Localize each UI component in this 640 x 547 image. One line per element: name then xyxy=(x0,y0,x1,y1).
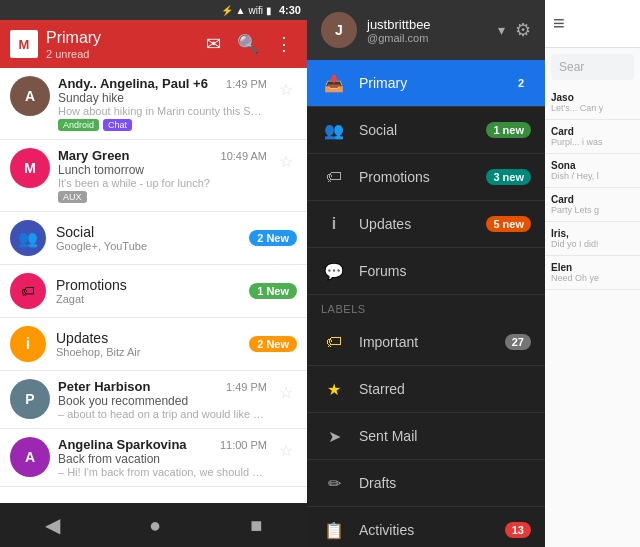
drawer-header: J justbrittbee @gmail.com ▾ ⚙ xyxy=(307,0,545,60)
avatar: A xyxy=(10,437,50,477)
email-subject: Lunch tomorrow xyxy=(58,163,267,177)
back-button[interactable]: ◀ xyxy=(29,505,76,545)
email-subject: Back from vacation xyxy=(58,452,267,466)
re-preview: Dish / Hey, l xyxy=(551,171,634,181)
right-email-item[interactable]: Card Party Lets g xyxy=(545,188,640,222)
re-sender: Card xyxy=(551,194,634,205)
gmail-inbox-panel: ⚡ ▲ wifi ▮ 4:30 M Primary 2 unread ✉ 🔍 ⋮… xyxy=(0,0,307,547)
drawer-item-label: Drafts xyxy=(359,475,531,491)
drawer-item-drafts[interactable]: ✏ Drafts xyxy=(307,460,545,507)
category-row-social[interactable]: 👥 Social Google+, YouTube 2 New xyxy=(0,212,307,265)
email-list: A Andy.. Angelina, Paul +6 1:49 PM Sunda… xyxy=(0,68,307,503)
email-sender: Angelina Sparkovina 11:00 PM xyxy=(58,437,267,452)
email-time: 1:49 PM xyxy=(226,381,267,393)
drawer-item-activities[interactable]: 📋 Activities 13 xyxy=(307,507,545,547)
account-switcher-icon[interactable]: ▾ xyxy=(498,22,505,38)
email-preview-panel: ≡ Sear Jaso Let's... Can y Card Purpl...… xyxy=(545,0,640,547)
re-sender: Sona xyxy=(551,160,634,171)
email-icon[interactable]: ✉ xyxy=(202,29,225,59)
drawer-item-label: Updates xyxy=(359,216,474,232)
starred-icon: ★ xyxy=(321,376,347,402)
hamburger-icon[interactable]: ≡ xyxy=(553,12,565,35)
category-content: Updates Shoehop, Bitz Air xyxy=(56,330,239,358)
right-email-item[interactable]: Sona Dish / Hey, l xyxy=(545,154,640,188)
wifi-icon: wifi xyxy=(249,5,263,16)
drawer-item-important[interactable]: 🏷 Important 27 xyxy=(307,319,545,366)
aux-tag: AUX xyxy=(58,191,87,203)
important-icon: 🏷 xyxy=(321,329,347,355)
drawer-item-label: Social xyxy=(359,122,474,138)
social-icon: 👥 xyxy=(321,117,347,143)
star-button[interactable]: ☆ xyxy=(275,148,297,175)
category-row-promotions[interactable]: 🏷 Promotions Zagat 1 New xyxy=(0,265,307,318)
bluetooth-icon: ⚡ xyxy=(221,5,233,16)
updates-badge: 2 New xyxy=(249,336,297,352)
email-time: 1:49 PM xyxy=(226,78,267,90)
right-email-item[interactable]: Iris, Did yo I did! xyxy=(545,222,640,256)
re-sender: Iris, xyxy=(551,228,634,239)
search-bar[interactable]: Sear xyxy=(551,54,634,80)
category-row-updates[interactable]: i Updates Shoehop, Bitz Air 2 New xyxy=(0,318,307,371)
promotions-icon: 🏷 xyxy=(10,273,46,309)
email-sender: Andy.. Angelina, Paul +6 1:49 PM xyxy=(58,76,267,91)
email-content: Peter Harbison 1:49 PM Book you recommen… xyxy=(58,379,267,420)
email-content: Angelina Sparkovina 11:00 PM Back from v… xyxy=(58,437,267,478)
star-button[interactable]: ☆ xyxy=(275,437,297,464)
promotions-badge: 1 New xyxy=(249,283,297,299)
drawer-item-label: Primary xyxy=(359,75,499,91)
right-topbar: ≡ xyxy=(545,0,640,48)
drawer-useremail: @gmail.com xyxy=(367,32,488,44)
drawer-item-social[interactable]: 👥 Social 1 new xyxy=(307,107,545,154)
drawer-item-primary[interactable]: 📥 Primary 2 xyxy=(307,60,545,107)
status-bar: ⚡ ▲ wifi ▮ 4:30 xyxy=(0,0,307,20)
email-subject: Sunday hike xyxy=(58,91,267,105)
android-tag: Android xyxy=(58,119,99,131)
updates-badge: 5 new xyxy=(486,216,531,232)
drawer-username: justbrittbee xyxy=(367,17,488,32)
email-item[interactable]: A Angelina Sparkovina 11:00 PM Back from… xyxy=(0,429,307,487)
social-badge: 1 new xyxy=(486,122,531,138)
status-icons: ⚡ ▲ wifi ▮ 4:30 xyxy=(221,4,301,16)
search-placeholder: Sear xyxy=(559,60,626,74)
sent-icon: ➤ xyxy=(321,423,347,449)
drawer-item-starred[interactable]: ★ Starred xyxy=(307,366,545,413)
search-icon[interactable]: 🔍 xyxy=(233,29,263,59)
re-sender: Card xyxy=(551,126,634,137)
email-item[interactable]: P Peter Harbison 1:49 PM Book you recomm… xyxy=(0,371,307,429)
social-icon: 👥 xyxy=(10,220,46,256)
drawer-item-sent[interactable]: ➤ Sent Mail xyxy=(307,413,545,460)
avatar: M xyxy=(10,148,50,188)
important-badge: 27 xyxy=(505,334,531,350)
category-label: Social xyxy=(56,224,239,240)
signal-icon: ▲ xyxy=(236,5,246,16)
right-email-item[interactable]: Jaso Let's... Can y xyxy=(545,86,640,120)
drawer-item-promotions[interactable]: 🏷 Promotions 3 new xyxy=(307,154,545,201)
recents-button[interactable]: ■ xyxy=(234,506,278,545)
email-item[interactable]: M Mary Green 10:49 AM Lunch tomorrow It'… xyxy=(0,140,307,212)
re-preview: Need Oh ye xyxy=(551,273,634,283)
promotions-badge: 3 new xyxy=(486,169,531,185)
right-email-item[interactable]: Elen Need Oh ye xyxy=(545,256,640,290)
drawer-item-updates[interactable]: i Updates 5 new xyxy=(307,201,545,248)
drawer-avatar: J xyxy=(321,12,357,48)
time-display: 4:30 xyxy=(279,4,301,16)
drawer-item-label: Activities xyxy=(359,522,493,538)
inbox-title: Primary xyxy=(46,28,194,47)
promotions-icon: 🏷 xyxy=(321,164,347,190)
social-badge: 2 New xyxy=(249,230,297,246)
settings-icon[interactable]: ⚙ xyxy=(515,19,531,41)
email-item[interactable]: A Andy.. Angelina, Paul +6 1:49 PM Sunda… xyxy=(0,68,307,140)
email-subject: Book you recommended xyxy=(58,394,267,408)
overflow-menu-icon[interactable]: ⋮ xyxy=(271,29,297,59)
star-button[interactable]: ☆ xyxy=(275,379,297,406)
chat-tag: Chat xyxy=(103,119,132,131)
right-email-item[interactable]: Card Purpl... i was xyxy=(545,120,640,154)
title-group: Primary 2 unread xyxy=(46,28,194,59)
re-preview: Did yo I did! xyxy=(551,239,634,249)
drawer-item-forums[interactable]: 💬 Forums xyxy=(307,248,545,295)
star-button[interactable]: ☆ xyxy=(275,76,297,103)
home-button[interactable]: ● xyxy=(133,506,177,545)
email-tags: Android Chat xyxy=(58,119,267,131)
activities-badge: 13 xyxy=(505,522,531,538)
primary-badge: 2 xyxy=(511,75,531,91)
